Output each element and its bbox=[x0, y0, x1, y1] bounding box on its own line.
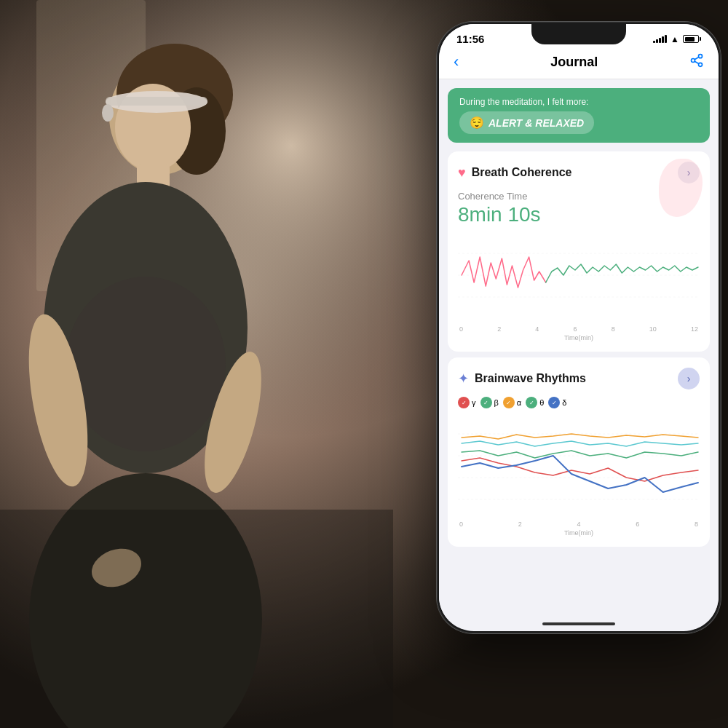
nav-bar: ‹ Journal bbox=[439, 48, 719, 79]
breath-chart-x-title: Time(min) bbox=[458, 334, 700, 341]
heart-icon: ♥ bbox=[458, 165, 466, 181]
brainwave-title-row: ✦ Brainwave Rhythms bbox=[458, 371, 586, 387]
brainwave-chart-x-labels: 0 2 4 6 8 bbox=[458, 521, 700, 528]
alert-emoji: 😌 bbox=[470, 116, 484, 130]
brainwave-card: ✦ Brainwave Rhythms › ✓ γ ✓ β bbox=[448, 357, 710, 547]
legend-delta: ✓ δ bbox=[548, 397, 566, 408]
legend-beta-dot: ✓ bbox=[480, 397, 492, 408]
legend-alpha: ✓ α bbox=[503, 397, 521, 408]
signal-icon bbox=[653, 35, 667, 43]
legend-alpha-dot: ✓ bbox=[503, 397, 515, 408]
alert-banner: During the meditation, I felt more: 😌 AL… bbox=[448, 88, 710, 143]
home-indicator bbox=[542, 622, 615, 625]
breath-section-title: Breath Coherence bbox=[472, 166, 572, 179]
svg-line-22 bbox=[695, 57, 699, 59]
app-content[interactable]: During the meditation, I felt more: 😌 AL… bbox=[439, 79, 719, 621]
breath-chart-x-labels: 0 2 4 6 8 10 12 bbox=[458, 325, 700, 333]
svg-point-10 bbox=[102, 104, 114, 122]
brainwave-legend: ✓ γ ✓ β ✓ α ✓ θ bbox=[458, 397, 700, 408]
legend-delta-dot: ✓ bbox=[548, 397, 560, 408]
phone-frame: 11:56 ▲ bbox=[437, 22, 721, 633]
breath-title-row: ♥ Breath Coherence bbox=[458, 165, 572, 181]
svg-point-20 bbox=[699, 63, 703, 66]
share-button[interactable] bbox=[689, 53, 704, 71]
page-title: Journal bbox=[550, 55, 598, 70]
brainwave-arrow-button[interactable]: › bbox=[678, 368, 700, 389]
brainwave-section-title: Brainwave Rhythms bbox=[475, 372, 586, 385]
legend-theta-dot: ✓ bbox=[526, 397, 537, 408]
back-button[interactable]: ‹ bbox=[454, 52, 459, 71]
legend-beta: ✓ β bbox=[480, 397, 499, 408]
brainwave-chart-svg bbox=[458, 416, 700, 518]
brainwave-chart bbox=[458, 416, 700, 518]
legend-gamma: ✓ γ bbox=[458, 397, 476, 408]
svg-point-19 bbox=[692, 58, 695, 62]
status-icons: ▲ bbox=[653, 34, 701, 44]
breath-coherence-card: ♥ Breath Coherence › Coherence Time 8min… bbox=[448, 151, 710, 352]
alert-description: During the meditation, I felt more: bbox=[459, 97, 698, 107]
wifi-icon: ▲ bbox=[670, 34, 679, 44]
svg-rect-17 bbox=[0, 510, 393, 728]
svg-point-12 bbox=[66, 277, 226, 451]
svg-point-18 bbox=[699, 54, 703, 58]
legend-theta: ✓ θ bbox=[526, 397, 544, 408]
brainwave-chart-x-title: Time(min) bbox=[458, 529, 700, 537]
svg-line-21 bbox=[695, 61, 699, 63]
breath-chart-svg bbox=[458, 235, 700, 315]
brainwave-section-header: ✦ Brainwave Rhythms › bbox=[458, 368, 700, 389]
alert-badge: 😌 ALERT & RELAXED bbox=[459, 111, 594, 134]
svg-rect-9 bbox=[106, 97, 207, 106]
phone-container: 11:56 ▲ bbox=[437, 22, 721, 633]
alert-badge-text: ALERT & RELAXED bbox=[488, 117, 584, 129]
brain-icon: ✦ bbox=[458, 371, 469, 387]
legend-gamma-dot: ✓ bbox=[458, 397, 470, 408]
status-time: 11:56 bbox=[456, 33, 484, 45]
phone-notch bbox=[531, 24, 626, 44]
breath-chart bbox=[458, 235, 700, 323]
battery-icon bbox=[683, 35, 701, 43]
phone-screen: 11:56 ▲ bbox=[439, 24, 719, 631]
